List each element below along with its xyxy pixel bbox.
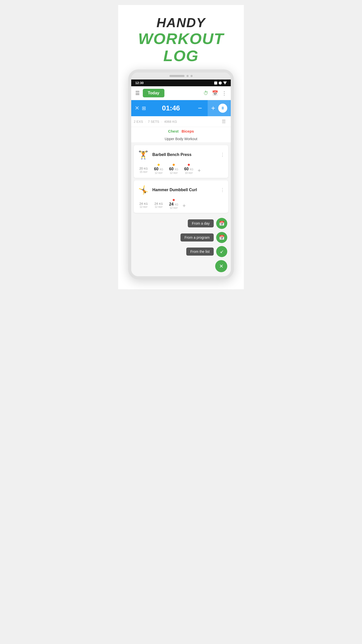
timer-minus-button[interactable]: − [196,104,204,112]
wifi-icon [219,82,222,85]
set-rep-1-2: 12 REP [155,172,162,174]
set-dot-2-2 [158,199,160,201]
set-dot-2-1 [143,199,145,201]
timer-plus-button[interactable]: + [211,104,215,112]
set-item-1-2[interactable]: 60 KG 12 REP [152,164,165,174]
exercise-card-1: 🏋️ Barbell Bench Press ⋮ 20 KG 15 REP 60… [134,145,228,178]
status-icons [214,82,227,85]
more-options-icon[interactable]: ⋮ [222,90,227,96]
timer-icon[interactable]: ⏱ [203,90,208,96]
phone-dot-2 [191,75,193,77]
set-dot-1-2 [158,164,160,166]
status-time: 12:30 [135,81,144,85]
set-dot-1-4 [188,164,190,166]
app-content: ☰ Today ⏱ 📅 ⋮ ✕ ⊞ 01:46 − + [131,86,231,276]
exercise-image-1: 🏋️ [137,149,149,161]
tags-row: Chest Biceps [131,127,231,135]
stats-menu-icon[interactable]: ☰ [222,119,228,124]
set-rep-2-2: 12 REP [155,206,162,208]
workout-title: Upper Body Workout [131,135,231,143]
set-item-2-2[interactable]: 24 KG 12 REP [152,199,165,209]
exercise-header-2: 🤸 Hammer Dumbbell Curl ⋮ [137,184,225,196]
calendar-icon[interactable]: 📅 [212,90,218,96]
from-the-list-row: From the list ↙ [186,246,227,257]
set-rep-2-3: 12 REP [170,207,177,209]
exercise-menu-1[interactable]: ⋮ [220,152,225,157]
timer-adjust-icon[interactable]: ⊞ [142,105,146,111]
sets-row-1: 20 KG 15 REP 60 KG 12 REP 60 KG 12 REP [137,164,225,174]
top-nav: ☰ Today ⏱ 📅 ⋮ [131,86,231,100]
exercise-name-2: Hammer Dumbbell Curl [152,188,220,192]
set-item-2-3[interactable]: 24 KG 12 REP [167,199,180,209]
exercise-image-2: 🤸 [137,184,149,196]
from-a-day-button[interactable]: 📅 [216,218,227,229]
timer-right: + ⏸ [208,100,231,116]
app-title-handy: HANDY [123,15,239,30]
set-item-1-3[interactable]: 60 KG 12 REP [167,164,180,174]
set-kg-1-4: 60 KG [184,167,194,171]
app-title-workout: WORKOUT LOG [123,30,239,64]
stats-exs: 2 EXS [134,120,143,124]
page-container: HANDY WORKOUT LOG 12:30 ☰ Today [118,5,244,289]
app-header: HANDY WORKOUT LOG [118,5,244,69]
exercise-card-2: 🤸 Hammer Dumbbell Curl ⋮ 24 KG 12 REP 24… [134,180,228,213]
tag-biceps[interactable]: Biceps [182,129,194,133]
exercise-menu-2[interactable]: ⋮ [220,187,225,193]
fab-area: From a day 📅 From a program 📅 From the l… [131,215,231,276]
set-kg-1-3: 60 KG [169,167,178,171]
nav-left: ☰ Today [135,89,164,97]
set-rep-2-1: 12 REP [140,206,147,208]
timer-bar: ✕ ⊞ 01:46 − + ⏸ [131,100,231,116]
stats-sets: 7 SETS [148,120,159,124]
exercise-name-1: Barbell Bench Press [152,152,220,157]
set-item-1-4[interactable]: 60 KG 10 REP [183,164,195,174]
stats-kg: 4068 KG [164,120,177,124]
phone-speaker [169,75,185,77]
stats-row: 2 EXS · 7 SETS · 4068 KG ☰ [131,116,231,127]
phone-frame: 12:30 ☰ Today ⏱ 📅 ⋮ [128,69,234,279]
status-bar: 12:30 [131,79,231,86]
timer-left: ✕ ⊞ 01:46 − [131,104,208,112]
calendar-fab-icon-1: 📅 [219,221,224,226]
from-a-program-button[interactable]: 📅 [216,232,227,243]
pause-icon: ⏸ [221,106,225,110]
main-fab-button[interactable]: ✕ [215,260,227,272]
main-fab-row: ✕ [215,260,227,272]
set-kg-2-3: 24 KG [169,202,178,207]
close-fab-icon: ✕ [219,263,223,269]
battery-icon [223,82,227,85]
set-rep-1-4: 10 REP [185,172,193,174]
set-rep-1-1: 15 REP [140,171,147,173]
set-item-2-1[interactable]: 24 KG 12 REP [137,199,150,209]
add-set-button-2[interactable]: + [183,203,186,209]
phone-dot-1 [187,75,189,77]
from-the-list-button[interactable]: ↙ [216,246,227,257]
signal-icon [214,82,217,85]
hamburger-icon[interactable]: ☰ [135,90,140,96]
set-dot-1-3 [173,164,175,166]
from-a-day-label[interactable]: From a day [188,219,214,227]
set-rep-1-3: 12 REP [170,172,177,174]
from-a-program-row: From a program 📅 [180,232,227,243]
stats-dot-2: · [161,120,162,124]
timer-display: 01:46 [149,104,193,112]
stats-dot-1: · [145,120,146,124]
set-dot-1-1 [143,164,145,166]
from-a-program-label[interactable]: From a program [180,233,214,242]
phone-top-bar [131,72,231,79]
add-set-button-1[interactable]: + [198,167,201,174]
timer-close-icon[interactable]: ✕ [135,105,139,111]
set-item-1-1[interactable]: 20 KG 15 REP [137,164,150,173]
set-kg-1-2: 60 KG [154,167,163,171]
tag-chest[interactable]: Chest [168,129,179,133]
sets-row-2: 24 KG 12 REP 24 KG 12 REP 24 KG 12 REP [137,199,225,209]
exercise-header-1: 🏋️ Barbell Bench Press ⋮ [137,149,225,161]
from-the-list-label[interactable]: From the list [186,248,214,256]
set-kg-1-1: 20 KG [139,167,148,171]
from-a-day-row: From a day 📅 [188,218,227,229]
timer-pause-button[interactable]: ⏸ [218,104,227,113]
set-kg-2-2: 24 KG [154,202,163,206]
set-kg-2-1: 24 KG [139,202,148,206]
today-button[interactable]: Today [143,89,164,97]
calendar-fab-icon-2: 📅 [219,235,224,240]
